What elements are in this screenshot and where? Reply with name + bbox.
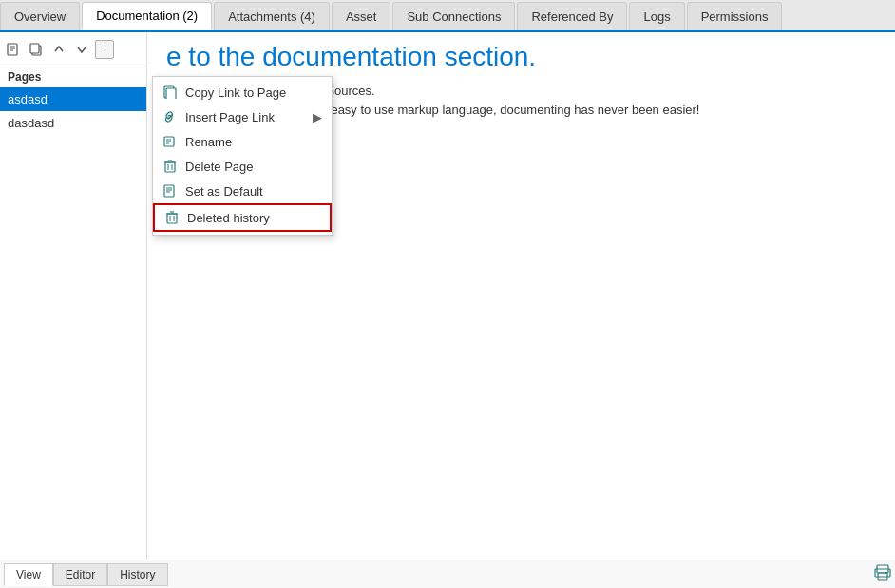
tab-attachments[interactable]: Attachments (4) [214, 2, 330, 30]
menu-set-default[interactable]: Set as Default [153, 179, 332, 203]
bottom-tab-editor[interactable]: Editor [53, 563, 107, 586]
menu-deleted-history[interactable]: Deleted history [153, 203, 332, 232]
set-default-icon [162, 183, 178, 199]
more-options-button[interactable]: ⋮ [95, 40, 114, 59]
svg-rect-5 [30, 44, 39, 53]
delete-page-icon [162, 159, 178, 174]
move-up-button[interactable] [49, 40, 68, 59]
menu-rename[interactable]: Rename [153, 129, 332, 154]
move-down-button[interactable] [72, 40, 91, 59]
sidebar-item-dasdasd[interactable]: dasdasd [0, 111, 146, 135]
bottom-bar: View Editor History [0, 560, 895, 588]
tab-overview[interactable]: Overview [0, 2, 80, 30]
submenu-arrow-icon: ▶ [313, 110, 322, 124]
tab-sub-connections[interactable]: Sub Connections [392, 2, 515, 30]
rename-icon [162, 134, 178, 149]
tab-logs[interactable]: Logs [629, 2, 684, 30]
bottom-tab-view[interactable]: View [4, 563, 53, 586]
menu-insert-page-link[interactable]: Insert Page Link ▶ [153, 104, 332, 129]
menu-copy-link[interactable]: Copy Link to Page [153, 80, 332, 104]
tab-asset[interactable]: Asset [332, 2, 391, 30]
insert-link-icon [162, 109, 178, 124]
pages-label: Pages [0, 66, 146, 87]
svg-rect-0 [8, 44, 17, 55]
menu-delete-page[interactable]: Delete Page [153, 154, 332, 179]
tab-documentation[interactable]: Documentation (2) [82, 2, 212, 30]
copy-link-icon [162, 85, 178, 100]
svg-rect-21 [167, 214, 177, 223]
bottom-tab-history[interactable]: History [107, 563, 167, 586]
context-menu: Copy Link to Page Insert Page Link ▶ Ren… [152, 76, 333, 236]
tab-referenced-by[interactable]: Referenced By [517, 2, 627, 30]
print-icon[interactable] [874, 564, 891, 585]
sidebar-toolbar: ⋮ [0, 32, 146, 66]
main-area: ⋮ Pages asdasd dasdasd Copy Link to Page… [0, 32, 895, 588]
sidebar-item-asdasd[interactable]: asdasd [0, 87, 146, 111]
svg-rect-7 [166, 88, 176, 99]
tab-permissions[interactable]: Permissions [687, 2, 783, 30]
doc-heading: e to the documentation section. [166, 42, 876, 72]
svg-rect-17 [164, 185, 174, 197]
sidebar: ⋮ Pages asdasd dasdasd [0, 32, 147, 588]
tab-bar: Overview Documentation (2) Attachments (… [0, 0, 895, 32]
svg-point-29 [885, 572, 887, 574]
deleted-history-icon [164, 210, 180, 225]
add-page-button[interactable] [4, 40, 23, 59]
copy-page-button[interactable] [27, 40, 46, 59]
svg-rect-12 [165, 162, 175, 172]
